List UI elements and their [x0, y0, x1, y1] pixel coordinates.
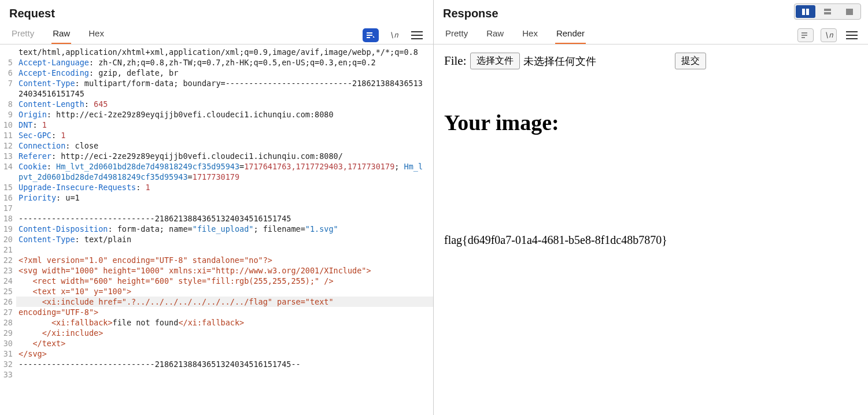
code-content[interactable]: Priority: u=1 [16, 192, 433, 203]
code-content[interactable]: Accept-Language: zh-CN,zh;q=0.8,zh-TW;q=… [16, 57, 433, 68]
request-title: Request [9, 7, 424, 20]
code-line[interactable]: 33 [0, 369, 433, 380]
code-line[interactable]: 30 </text> [0, 338, 433, 349]
code-content[interactable]: Sec-GPC: 1 [16, 130, 433, 140]
layout-split-vertical[interactable] [796, 5, 815, 18]
svg-rect-4 [801, 35, 807, 36]
line-number: 8 [0, 99, 16, 109]
code-line[interactable]: 23<svg width="1000" height="1000" xmlns:… [0, 265, 433, 276]
code-line[interactable]: 14Cookie: Hm_lvt_2d0601bd28de7d49818249c… [0, 161, 433, 182]
code-content[interactable]: Content-Length: 645 [16, 99, 433, 109]
tab-pretty[interactable]: Pretty [444, 26, 469, 44]
code-content[interactable] [16, 369, 433, 380]
code-line[interactable]: 31</svg> [0, 349, 433, 359]
code-line[interactable]: 13Referer: http://eci-2ze29z89eyqijjb0ve… [0, 151, 433, 161]
code-content[interactable] [16, 244, 433, 255]
code-content[interactable]: </svg> [16, 349, 433, 359]
code-line[interactable]: text/html,application/xhtml+xml,applicat… [0, 47, 433, 57]
code-line[interactable]: 32-----------------------------218621388… [0, 359, 433, 369]
code-content[interactable]: Connection: close [16, 140, 433, 151]
code-content[interactable]: Accept-Encoding: gzip, deflate, br [16, 68, 433, 78]
menu-icon[interactable] [844, 28, 860, 42]
code-line[interactable]: 27encoding="UTF-8"> [0, 307, 433, 317]
layout-split-horizontal[interactable] [818, 5, 837, 18]
line-number: 20 [0, 234, 16, 244]
code-content[interactable]: <xi:include href=".?../../../../../../..… [16, 297, 433, 307]
code-content[interactable]: encoding="UTF-8"> [16, 307, 433, 317]
code-line[interactable]: 5Accept-Language: zh-CN,zh;q=0.8,zh-TW;q… [0, 57, 433, 68]
tab-hex[interactable]: Hex [87, 26, 105, 44]
actions-icon[interactable] [797, 28, 814, 42]
code-line[interactable]: 11Sec-GPC: 1 [0, 130, 433, 140]
code-line[interactable]: 28 <xi:fallback>file not found</xi:fallb… [0, 317, 433, 328]
code-line[interactable]: 10DNT: 1 [0, 120, 433, 130]
code-content[interactable]: </xi:include> [16, 328, 433, 338]
code-content[interactable]: <?xml version="1.0" encoding="UTF-8" sta… [16, 255, 433, 265]
code-content[interactable]: Cookie: Hm_lvt_2d0601bd28de7d49818249cf3… [16, 161, 433, 182]
code-content[interactable]: -----------------------------21862138843… [16, 213, 433, 224]
wrap-icon[interactable]: \n [821, 28, 837, 42]
code-content[interactable]: Content-Type: multipart/form-data; bound… [16, 78, 433, 99]
request-panel: Request Pretty Raw Hex \n text/html,appl… [0, 0, 434, 415]
code-content[interactable] [16, 203, 433, 213]
code-line[interactable]: 20Content-Type: text/plain [0, 234, 433, 244]
code-line[interactable]: 17 [0, 203, 433, 213]
line-number: 27 [0, 307, 16, 317]
code-line[interactable]: 21 [0, 244, 433, 255]
code-line[interactable]: 19Content-Disposition: form-data; name="… [0, 224, 433, 234]
line-number: 32 [0, 359, 16, 369]
code-line[interactable]: 24 <rect width="600" height="600" style=… [0, 276, 433, 286]
code-line[interactable]: 29 </xi:include> [0, 328, 433, 338]
line-number: 24 [0, 276, 16, 286]
svg-rect-0 [367, 32, 372, 34]
line-number: 16 [0, 192, 16, 203]
line-number: 29 [0, 328, 16, 338]
code-content[interactable]: Content-Disposition: form-data; name="fi… [16, 224, 433, 234]
code-content[interactable]: </text> [16, 338, 433, 349]
code-line[interactable]: 8Content-Length: 645 [0, 99, 433, 109]
tab-hex[interactable]: Hex [521, 26, 539, 44]
code-line[interactable]: 6Accept-Encoding: gzip, deflate, br [0, 68, 433, 78]
code-content[interactable]: Referer: http://eci-2ze29z89eyqijjb0vefi… [16, 151, 433, 161]
response-panel: Response Pretty Raw Hex Render \n File: … [434, 0, 868, 415]
code-content[interactable]: <xi:fallback>file not found</xi:fallback… [16, 317, 433, 328]
line-number: 22 [0, 255, 16, 265]
code-content[interactable]: Upgrade-Insecure-Requests: 1 [16, 182, 433, 192]
actions-icon[interactable] [363, 28, 379, 42]
wrap-icon[interactable]: \n [386, 28, 402, 42]
menu-icon[interactable] [409, 28, 425, 42]
code-line[interactable]: 16Priority: u=1 [0, 192, 433, 203]
code-line[interactable]: 25 <text x="10" y="100"> [0, 286, 433, 297]
tab-pretty[interactable]: Pretty [10, 26, 35, 44]
code-content[interactable]: Content-Type: text/plain [16, 234, 433, 244]
code-content[interactable]: DNT: 1 [16, 120, 433, 130]
code-line[interactable]: 18-----------------------------218621388… [0, 213, 433, 224]
code-line[interactable]: 26 <xi:include href=".?../../../../../..… [0, 297, 433, 307]
line-number: 7 [0, 78, 16, 99]
layout-single[interactable] [840, 5, 859, 18]
line-number: 12 [0, 140, 16, 151]
code-line[interactable]: 22<?xml version="1.0" encoding="UTF-8" s… [0, 255, 433, 265]
code-line[interactable]: 9Origin: http://eci-2ze29z89eyqijjb0vefi… [0, 109, 433, 120]
code-content[interactable]: <text x="10" y="100"> [16, 286, 433, 297]
choose-file-button[interactable]: 选择文件 [470, 53, 520, 69]
svg-rect-1 [367, 35, 372, 36]
submit-button[interactable]: 提交 [675, 53, 706, 69]
line-number: 17 [0, 203, 16, 213]
code-line[interactable]: 7Content-Type: multipart/form-data; boun… [0, 78, 433, 99]
code-content[interactable]: text/html,application/xhtml+xml,applicat… [16, 47, 433, 57]
line-number: 11 [0, 130, 16, 140]
svg-rect-5 [801, 37, 805, 38]
code-line[interactable]: 12Connection: close [0, 140, 433, 151]
code-content[interactable]: Origin: http://eci-2ze29z89eyqijjb0vefi.… [16, 109, 433, 120]
code-line[interactable]: 15Upgrade-Insecure-Requests: 1 [0, 182, 433, 192]
tab-raw[interactable]: Raw [485, 26, 505, 44]
code-content[interactable]: <svg width="1000" height="1000" xmlns:xi… [16, 265, 433, 276]
tab-raw[interactable]: Raw [51, 26, 71, 44]
tab-render[interactable]: Render [555, 26, 586, 44]
line-number: 6 [0, 68, 16, 78]
line-number: 5 [0, 57, 16, 68]
request-body-editor[interactable]: text/html,application/xhtml+xml,applicat… [0, 45, 433, 415]
code-content[interactable]: <rect width="600" height="600" style="fi… [16, 276, 433, 286]
code-content[interactable]: -----------------------------21862138843… [16, 359, 433, 369]
